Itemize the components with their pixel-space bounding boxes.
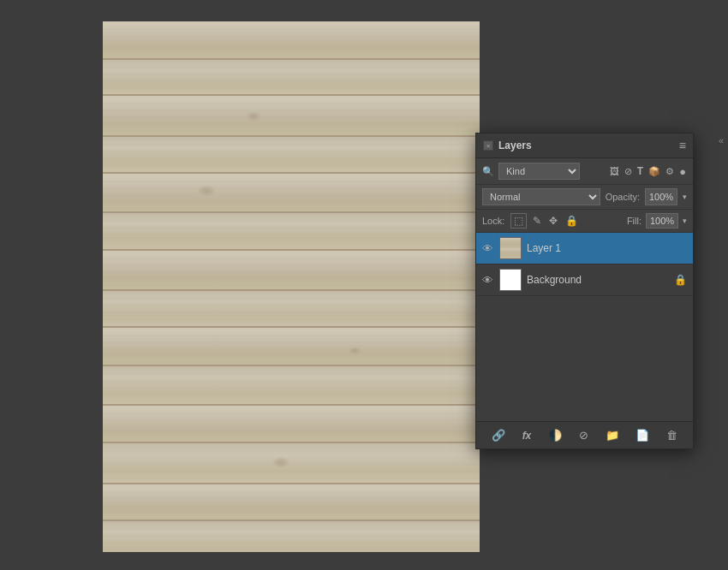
lock-position-btn[interactable]: ✥ [547, 214, 559, 228]
blend-mode-select[interactable]: Normal Dissolve Multiply Screen Overlay [482, 188, 600, 205]
add-adjustment-button[interactable]: ⊘ [576, 427, 592, 443]
lock-row: Lock: ⬚ ✎ ✥ 🔒 Fill: ▾ [476, 210, 693, 233]
layers-empty-space [476, 318, 693, 421]
filter-icons: 🖼 ⊘ T 📦 ⚙ ● [609, 164, 687, 179]
wood-plank [103, 328, 480, 366]
lock-label: Lock: [482, 216, 504, 226]
fill-input[interactable] [646, 213, 678, 229]
canvas-area [103, 21, 480, 552]
layer-name: Layer 1 [527, 242, 687, 254]
add-mask-button[interactable]: 🌓 [545, 427, 565, 443]
filter-shape-icon[interactable]: 📦 [647, 165, 661, 178]
new-group-button[interactable]: 📁 [602, 427, 623, 443]
blend-row: Normal Dissolve Multiply Screen Overlay … [476, 185, 693, 210]
opacity-input[interactable] [645, 188, 677, 205]
wood-plank [103, 291, 480, 328]
layer-item[interactable]: 👁 Layer 1 [476, 233, 693, 264]
layers-panel: × Layers ≡ 🔍 Kind Name Effect Mode Attri… [475, 133, 694, 449]
wood-plank [103, 521, 480, 552]
panel-header: × Layers ≡ [476, 134, 693, 158]
filter-row: 🔍 Kind Name Effect Mode Attribute Color … [476, 158, 693, 185]
wood-plank [103, 137, 480, 174]
filter-type-icon[interactable]: T [636, 164, 644, 178]
lock-transparent-btn[interactable]: ⬚ [510, 213, 527, 229]
panel-title-area: × Layers [483, 140, 532, 151]
filter-selected-icon[interactable]: ● [678, 164, 687, 179]
lock-artboard-btn[interactable]: 🔒 [564, 214, 580, 228]
wood-plank [103, 213, 480, 251]
layer-visibility-toggle[interactable]: 👁 [482, 242, 494, 255]
lock-image-btn[interactable]: ✎ [531, 214, 543, 228]
wood-plank [103, 21, 480, 60]
wood-plank [103, 174, 480, 213]
panel-title: Layers [498, 140, 532, 151]
search-icon: 🔍 [482, 166, 494, 177]
fill-arrow[interactable]: ▾ [683, 217, 687, 225]
opacity-arrow[interactable]: ▾ [683, 193, 687, 201]
filter-adjustment-icon[interactable]: ⊘ [624, 165, 633, 178]
filter-pixel-icon[interactable]: 🖼 [609, 165, 620, 177]
layer-thumbnail [499, 237, 522, 259]
panel-close-button[interactable]: × [483, 140, 493, 151]
opacity-label: Opacity: [606, 192, 640, 202]
wood-plank [103, 251, 480, 291]
layer-thumb-wood [500, 238, 521, 258]
wood-plank [103, 366, 480, 406]
layer-lock-icon: 🔒 [674, 274, 687, 286]
wood-plank [103, 484, 480, 521]
filter-kind-select[interactable]: Kind Name Effect Mode Attribute Color Sm… [498, 163, 580, 180]
wood-plank [103, 443, 480, 484]
wood-plank [103, 96, 480, 137]
layer-thumb-white [500, 270, 521, 290]
layer-name: Background [527, 274, 669, 286]
fx-button[interactable]: fx [519, 428, 535, 443]
wood-plank [103, 60, 480, 96]
filter-smart-icon[interactable]: ⚙ [665, 165, 675, 178]
layer-item[interactable]: 👁 Background 🔒 [476, 264, 693, 296]
wood-plank [103, 406, 480, 443]
layer-thumbnail [499, 269, 522, 291]
collapse-panel-button[interactable]: « [719, 135, 724, 145]
new-layer-button[interactable]: 📄 [632, 427, 653, 443]
panel-footer: 🔗 fx 🌓 ⊘ 📁 📄 🗑 [476, 421, 693, 448]
delete-layer-button[interactable]: 🗑 [663, 427, 681, 443]
panel-menu-icon[interactable]: ≡ [679, 139, 686, 152]
link-layers-button[interactable]: 🔗 [488, 427, 509, 443]
fill-label: Fill: [627, 216, 641, 226]
layers-list: 👁 Layer 1 👁 Background 🔒 [476, 233, 693, 318]
layer-visibility-toggle[interactable]: 👁 [482, 274, 494, 287]
